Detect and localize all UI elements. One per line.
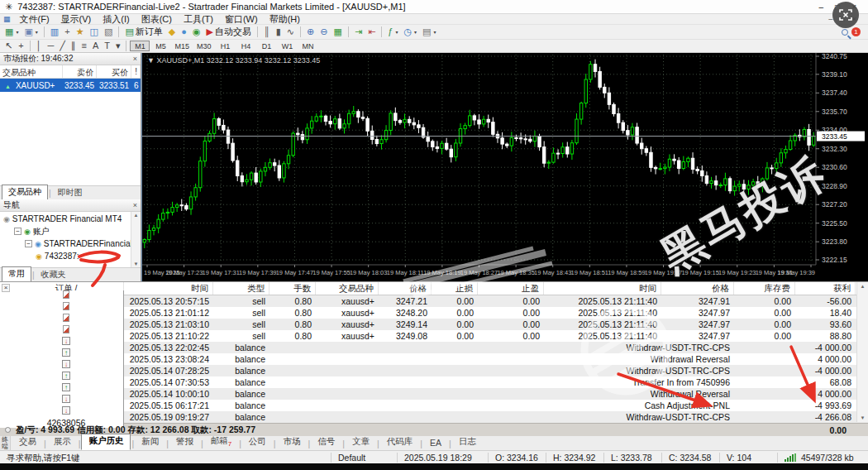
text-tool-icon[interactable]: A [90, 40, 101, 52]
navigator-tab-0[interactable]: 常用 [2, 266, 31, 282]
market-watch-row-XAUUSD+[interactable]: ▲XAUUSD+3233.453233.516 [0, 79, 141, 92]
market-watch-tab-1[interactable]: 即时图 [52, 186, 88, 200]
history-col-9[interactable]: 价格 [661, 282, 734, 295]
navigator-tab-1[interactable]: 收藏夹 [36, 268, 72, 282]
navigator-item-3[interactable]: ◉7432387: [0, 250, 141, 262]
zoom-out-icon[interactable]: ⊖ [317, 26, 330, 38]
chart-system-icon[interactable]: ▦ [3, 15, 11, 23]
terminal-tab-日志[interactable]: 日志 [452, 435, 483, 450]
scroll-up-icon[interactable]: ▲ [861, 284, 866, 289]
terminal-tab-账户历史[interactable]: 账户历史 [81, 434, 131, 450]
terminal-tab-市场[interactable]: 市场 [277, 435, 308, 450]
market-watch-close-icon[interactable]: × [133, 55, 137, 63]
line-chart-icon[interactable]: ∿ [284, 26, 297, 38]
history-col-3[interactable]: 手数 [269, 282, 316, 295]
expand-minus-icon[interactable]: − [14, 228, 21, 235]
menu-item-C[interactable]: 图表(C) [136, 14, 178, 25]
templates-icon[interactable]: ▤▾ [420, 26, 438, 38]
channel-tool-icon[interactable]: ∥ [69, 40, 79, 52]
terminal-icon[interactable]: ◫ [88, 26, 101, 38]
dropdown-arrow-icon[interactable]: ▾ [434, 29, 436, 35]
dropdown-arrow-icon[interactable]: ▾ [414, 29, 417, 35]
market-watch-icon[interactable]: ▥ [48, 26, 61, 38]
market-watch-tab-0[interactable]: 交易品种 [2, 185, 48, 200]
timeframe-H1[interactable]: H1 [216, 41, 236, 51]
history-row-42040255[interactable]: ↓420402552025.05.14 07:28:25balanceWithd… [0, 365, 868, 376]
cursor-tool-icon[interactable]: ↖ [2, 40, 15, 52]
history-col-4[interactable]: 交易品种 [316, 282, 379, 295]
menu-item-V[interactable]: 显示(V) [55, 14, 98, 25]
navigator-item-2[interactable]: −◉STARTRADERFinancial-Live2 [0, 237, 141, 250]
menu-item-H[interactable]: 帮助(H) [264, 14, 306, 25]
navigator-item-1[interactable]: −◉账户 [0, 225, 141, 237]
price-chart[interactable]: 3240.753239.103237.403235.703234.003232.… [142, 53, 868, 280]
terminal-tab-文章[interactable]: 文章 [346, 435, 376, 450]
terminal-tab-警报[interactable]: 警报 [169, 435, 200, 450]
metaeditor-icon[interactable]: ◆ [166, 26, 178, 38]
menu-item-I[interactable]: 插入(I) [97, 14, 135, 25]
auto-scroll-icon[interactable]: ⇥ [352, 26, 365, 38]
menu-item-W[interactable]: 窗口(W) [219, 14, 264, 25]
terminal-tab-新闻[interactable]: 新闻 [135, 435, 165, 450]
chart-canvas[interactable]: 3240.753239.103237.403235.703234.003232.… [142, 53, 867, 280]
terminal-scrollbar[interactable]: ▲ ▼ [856, 282, 868, 422]
terminal-tab-公司[interactable]: 公司 [242, 435, 273, 450]
timeframe-W1[interactable]: W1 [278, 41, 298, 51]
history-row-41993908[interactable]: ↑419939082025.05.13 23:08:24balanceWithd… [0, 353, 868, 365]
status-profile[interactable]: Default [331, 453, 397, 463]
shapes-tool-icon[interactable]: ▾ [113, 40, 123, 52]
maximize-button[interactable]: □ [835, 2, 840, 12]
dropdown-arrow-icon[interactable]: ▾ [36, 29, 38, 35]
candlestick-chart-icon[interactable]: ▮ [274, 26, 284, 38]
navigator-close-icon[interactable]: × [133, 201, 137, 209]
terminal-close-icon[interactable]: × [2, 284, 10, 292]
history-row-42638056[interactable]: ↓426380562025.05.19 09:19:27balanceWithd… [0, 411, 868, 423]
history-row-42233139[interactable]: ↓422331392025.05.15 06:17:21balanceCash … [0, 400, 868, 411]
search-icon[interactable] [842, 29, 848, 36]
history-col-6[interactable]: 止损 [432, 282, 478, 295]
timeframe-M1[interactable]: M1 [130, 41, 150, 51]
history-col-1[interactable]: 时间 [124, 282, 213, 295]
autotrading-icon[interactable]: ▶自动交易 [204, 26, 254, 38]
indicators-icon[interactable]: ƒ▾ [385, 26, 400, 38]
chart-shift-icon[interactable]: ⇤ [365, 26, 378, 38]
timeframe-M15[interactable]: M15 [171, 41, 193, 51]
arrow-label-tool-icon[interactable]: T [102, 40, 112, 52]
periods-icon[interactable]: ◷▾ [401, 26, 419, 38]
navigator-scrollbar[interactable]: ▲ ▼ [131, 212, 141, 267]
crosshair-tool-icon[interactable]: + [16, 40, 26, 52]
history-col-11[interactable]: 获利 [795, 282, 856, 295]
history-row-41990830[interactable]: 419908302025.05.13 20:57:15sell0.80xauus… [0, 295, 868, 307]
navigator-icon[interactable]: ★ [74, 26, 87, 38]
history-row-41992576[interactable]: ↓419925762025.05.13 22:02:45balanceWithd… [0, 342, 868, 353]
new-order-icon[interactable]: ▤新订单 [122, 26, 165, 38]
tile-windows-icon[interactable]: ▦ [331, 26, 345, 38]
globe-icon[interactable]: ◉ [190, 26, 203, 38]
expand-minus-icon[interactable]: − [25, 240, 32, 247]
new-chart-icon[interactable]: ▦▾ [2, 26, 21, 38]
history-col-10[interactable]: 库存费 [734, 282, 795, 295]
scroll-down-icon[interactable]: ▼ [134, 261, 139, 266]
history-row-42059331[interactable]: ↑420593312025.05.14 10:00:10balanceWithd… [0, 388, 868, 400]
dropdown-arrow-icon[interactable]: ▾ [395, 29, 398, 35]
mdi-restore-button[interactable]: □ [840, 15, 844, 23]
scroll-up-icon[interactable]: ▲ [134, 213, 139, 218]
history-row-42040322[interactable]: ↑420403222025.05.14 07:30:53balanceTrans… [0, 376, 868, 388]
timeframe-M5[interactable]: M5 [150, 41, 170, 51]
minimize-button[interactable]: – [819, 2, 824, 12]
terminal-tab-信号[interactable]: 信号 [311, 435, 341, 450]
timeframe-M30[interactable]: M30 [193, 41, 215, 51]
community-icon[interactable]: ● [179, 26, 189, 38]
history-col-5[interactable]: 价格 [379, 282, 432, 295]
close-button[interactable]: × [851, 2, 856, 12]
history-row-41991359[interactable]: 419913592025.05.13 21:10:22sell0.80xauus… [0, 330, 868, 342]
history-col-8[interactable]: 时间 [544, 282, 661, 295]
history-col-7[interactable]: 止盈 [478, 282, 544, 295]
terminal-tab-展示[interactable]: 展示 [47, 435, 78, 450]
terminal-tab-EA[interactable]: EA [423, 437, 448, 450]
timeframe-MN[interactable]: MN [298, 41, 318, 51]
vertical-line-tool-icon[interactable]: │ [34, 40, 45, 52]
zoom-in-icon[interactable]: ⊕ [304, 26, 317, 38]
menu-item-F[interactable]: 文件(F) [14, 14, 55, 25]
bar-chart-icon[interactable]: ║ [261, 26, 273, 38]
